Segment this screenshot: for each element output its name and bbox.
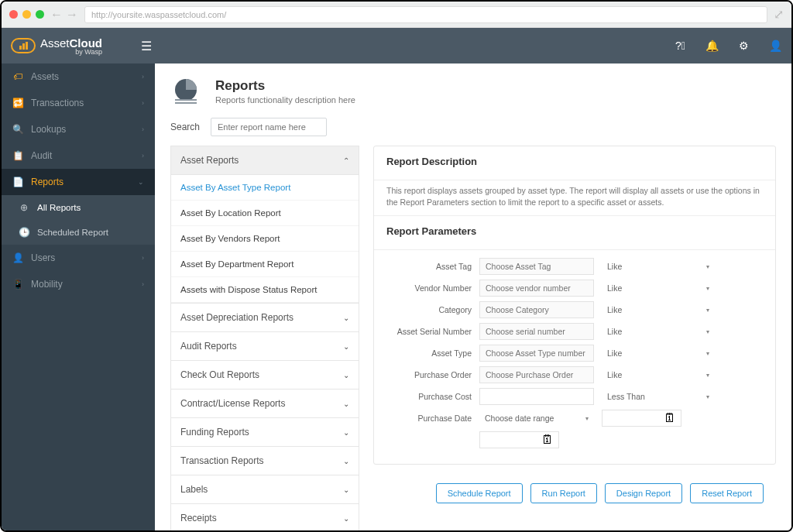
report-category-label: Receipts: [180, 513, 217, 523]
lookups-icon: 🔍: [12, 124, 23, 135]
sidebar-item-users[interactable]: 👤Users›: [2, 245, 155, 271]
report-item[interactable]: Asset By Location Report: [171, 201, 359, 226]
param-input[interactable]: [479, 388, 594, 405]
date-range-select[interactable]: Choose date range▾: [479, 410, 594, 426]
url-bar[interactable]: http://yoursite.waspassetcloud.com/: [84, 6, 767, 23]
chevron-down-icon: ⌄: [343, 400, 349, 408]
report-category-collapsed[interactable]: Labels⌄: [171, 475, 359, 503]
reset-report-button[interactable]: Reset Report: [690, 483, 764, 503]
param-input[interactable]: [479, 258, 594, 275]
sidebar-item-label: Reports: [31, 177, 64, 187]
report-category-collapsed[interactable]: Transaction Reports⌄: [171, 446, 359, 475]
report-category-label: Funding Reports: [180, 427, 249, 438]
mobility-icon: 📱: [12, 279, 23, 290]
chevron-down-icon: ▾: [706, 372, 709, 379]
sidebar-sub-all-reports[interactable]: ⊕All Reports: [2, 195, 155, 220]
report-item[interactable]: Asset By Department Report: [171, 252, 359, 277]
date-from-input[interactable]: 🗓: [479, 431, 559, 448]
report-category-collapsed[interactable]: Check Out Reports⌄: [171, 360, 359, 389]
forward-icon[interactable]: →: [66, 8, 78, 22]
param-input[interactable]: [479, 301, 594, 318]
calendar-icon: 🗓: [541, 433, 554, 447]
run-report-button[interactable]: Run Report: [530, 483, 597, 503]
chevron-down-icon: ⌄: [343, 314, 349, 322]
report-category-collapsed[interactable]: Audit Reports⌄: [171, 331, 359, 360]
report-category-collapsed[interactable]: Asset Depreciation Reports⌄: [171, 303, 359, 331]
chevron-down-icon: ▾: [706, 307, 709, 314]
chevron-down-icon: ▾: [706, 328, 709, 335]
chevron-down-icon: ⌄: [343, 486, 349, 494]
param-input[interactable]: [479, 280, 594, 297]
report-item[interactable]: Asset By Vendors Report: [171, 226, 359, 252]
params-title: Report Parameters: [386, 225, 763, 237]
bell-icon[interactable]: 🔔: [705, 39, 719, 52]
param-label: Purchase Order: [386, 370, 472, 379]
nav-arrows: ← →: [50, 8, 78, 22]
user-icon[interactable]: 👤: [769, 39, 782, 52]
report-category-expanded[interactable]: Asset Reports⌃: [171, 146, 359, 175]
param-row: Purchase DateChoose date range▾🗓: [386, 410, 763, 427]
chevron-down-icon: ▾: [706, 393, 709, 400]
param-label: Category: [386, 305, 472, 314]
param-operator[interactable]: Like▾: [602, 280, 715, 296]
param-input[interactable]: [479, 366, 594, 383]
sidebar-item-mobility[interactable]: 📱Mobility›: [2, 271, 155, 297]
chevron-right-icon: ›: [142, 125, 144, 133]
param-label: Purchase Cost: [386, 392, 472, 401]
browser-chrome: ← → http://yoursite.waspassetcloud.com/ …: [2, 2, 791, 28]
param-row: Asset TypeLike▾: [386, 345, 763, 362]
minimize-window[interactable]: [22, 10, 31, 19]
chevron-right-icon: ›: [142, 99, 144, 107]
sidebar-sub-scheduled-report[interactable]: 🕒Scheduled Report: [2, 220, 155, 245]
back-icon[interactable]: ←: [50, 8, 63, 22]
param-input[interactable]: [479, 345, 594, 362]
gear-icon[interactable]: ⚙: [739, 39, 749, 52]
chevron-down-icon: ⌄: [343, 457, 349, 465]
report-category-label: Asset Depreciation Reports: [180, 312, 294, 323]
param-row: Vendor NumberLike▾: [386, 280, 763, 297]
sidebar-item-assets[interactable]: 🏷Assets›: [2, 63, 155, 90]
sidebar-item-reports[interactable]: 📄Reports⌄: [2, 169, 155, 195]
schedule-report-button[interactable]: Schedule Report: [436, 483, 523, 503]
sub-icon: 🕒: [19, 227, 29, 238]
param-operator[interactable]: Like▾: [602, 259, 715, 274]
close-window[interactable]: [9, 10, 18, 19]
reports-pie-icon: [170, 76, 201, 107]
report-category-label: Transaction Reports: [180, 455, 264, 466]
design-report-button[interactable]: Design Report: [605, 483, 682, 503]
param-input[interactable]: [479, 323, 594, 340]
param-operator[interactable]: Like▾: [602, 367, 715, 383]
chevron-down-icon: ▾: [706, 263, 709, 270]
search-input[interactable]: [211, 118, 327, 136]
report-item[interactable]: Asset By Asset Type Report: [171, 175, 359, 201]
desc-title: Report Description: [386, 156, 763, 167]
sidebar-item-audit[interactable]: 📋Audit›: [2, 142, 155, 169]
date-to-input[interactable]: 🗓: [602, 410, 681, 427]
report-category-label: Contract/License Reports: [180, 398, 285, 409]
sidebar-item-label: Transactions: [31, 98, 84, 108]
report-category-collapsed[interactable]: Contract/License Reports⌄: [171, 389, 359, 417]
param-operator[interactable]: Like▾: [602, 324, 715, 339]
chevron-down-icon: ⌄: [343, 342, 349, 351]
sidebar-item-lookups[interactable]: 🔍Lookups›: [2, 116, 155, 142]
report-category-label: Labels: [180, 484, 208, 495]
param-operator[interactable]: Like▾: [602, 345, 715, 361]
cloud-icon: [11, 38, 36, 53]
sidebar-sub-label: Scheduled Report: [37, 228, 108, 237]
calendar-icon: 🗓: [664, 411, 676, 425]
traffic-lights: [9, 10, 44, 19]
param-label: Asset Serial Number: [386, 327, 472, 336]
help-icon[interactable]: ?⃝: [675, 39, 685, 52]
report-item[interactable]: Assets with Dispose Status Report: [171, 277, 359, 303]
chevron-down-icon: ▾: [585, 415, 589, 422]
param-operator[interactable]: Less Than▾: [602, 389, 715, 404]
report-category-collapsed[interactable]: Funding Reports⌄: [171, 417, 359, 446]
chevron-right-icon: ›: [142, 280, 144, 288]
maximize-window[interactable]: [36, 10, 44, 19]
param-operator[interactable]: Like▾: [602, 302, 715, 317]
menu-toggle-icon[interactable]: ☰: [141, 39, 152, 53]
expand-icon[interactable]: ⤢: [774, 7, 784, 22]
report-category-collapsed[interactable]: Receipts⌄: [171, 503, 359, 531]
sidebar-item-transactions[interactable]: 🔁Transactions›: [2, 90, 155, 116]
search-label: Search: [170, 122, 200, 132]
